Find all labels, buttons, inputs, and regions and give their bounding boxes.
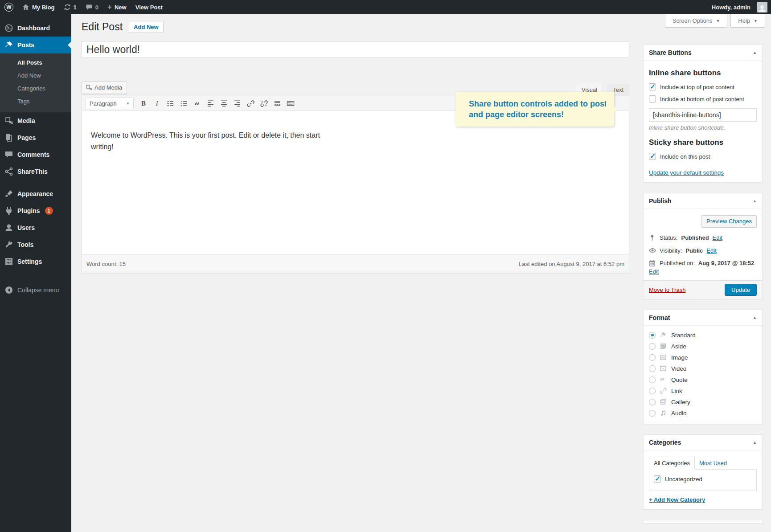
- sidebar-item-settings[interactable]: Settings: [0, 253, 71, 270]
- format-option-image[interactable]: Image: [649, 354, 757, 361]
- share-buttons-panel-header[interactable]: Share Buttons ▲: [644, 45, 762, 61]
- checkbox-checked-icon[interactable]: [649, 153, 656, 160]
- collapse-arrow-icon[interactable]: ▲: [753, 199, 757, 203]
- home-icon: [22, 4, 29, 11]
- remove-link-button[interactable]: [258, 98, 270, 109]
- category-checkbox-row[interactable]: Uncategorized: [654, 475, 752, 483]
- radio-selected-icon[interactable]: [649, 332, 656, 339]
- updates-menu[interactable]: 1: [59, 0, 81, 14]
- sidebar-item-plugins[interactable]: Plugins 1: [0, 202, 71, 219]
- post-title-input[interactable]: [82, 41, 629, 58]
- format-label: Quote: [671, 376, 688, 383]
- paragraph-select-value: Paragraph: [90, 100, 117, 107]
- add-new-post-button[interactable]: Add New: [129, 21, 164, 33]
- move-to-trash-link[interactable]: Move to Trash: [649, 286, 685, 293]
- new-content-menu[interactable]: + New: [103, 0, 131, 14]
- include-bottom-checkbox-row[interactable]: Include at bottom of post content: [649, 95, 757, 102]
- insert-link-button[interactable]: [244, 98, 257, 109]
- site-name-menu[interactable]: My Blog: [18, 0, 59, 14]
- radio-icon[interactable]: [649, 410, 656, 417]
- chevron-down-icon: ▼: [126, 102, 130, 106]
- edit-status-link[interactable]: Edit: [713, 234, 722, 241]
- tab-all-categories[interactable]: All Categories: [649, 457, 695, 470]
- wordpress-logo-icon: W: [4, 3, 13, 12]
- calendar-icon: [649, 260, 656, 266]
- bulleted-list-button[interactable]: [164, 98, 176, 109]
- add-media-button[interactable]: Add Media: [82, 82, 127, 94]
- wordpress-logo-menu[interactable]: W: [0, 0, 18, 14]
- sidebar-item-users[interactable]: Users: [0, 219, 71, 236]
- submenu-categories[interactable]: Categories: [0, 82, 71, 95]
- collapse-arrow-icon[interactable]: ▲: [753, 315, 757, 320]
- view-post-menu[interactable]: View Post: [131, 0, 167, 14]
- include-sticky-checkbox-row[interactable]: Include on this post: [649, 153, 757, 160]
- sidebar-item-pages[interactable]: Pages: [0, 129, 71, 146]
- page-title: Edit Post: [82, 20, 123, 33]
- sidebar-item-dashboard[interactable]: Dashboard: [0, 20, 71, 37]
- align-left-button[interactable]: [204, 98, 217, 109]
- align-center-button[interactable]: [217, 98, 230, 109]
- link-icon: [660, 387, 667, 394]
- editor-content-area[interactable]: Welcome to WordPress. This is your first…: [82, 111, 629, 254]
- toolbar-toggle-button[interactable]: [284, 98, 297, 109]
- radio-icon[interactable]: [649, 354, 656, 361]
- numbered-list-button[interactable]: [177, 98, 190, 109]
- publish-panel-header[interactable]: Publish ▲: [644, 193, 762, 209]
- collapse-arrow-icon[interactable]: ▲: [753, 440, 757, 445]
- checkbox-checked-icon[interactable]: [654, 475, 661, 483]
- radio-icon[interactable]: [649, 376, 656, 383]
- preview-changes-button[interactable]: Preview Changes: [701, 215, 757, 227]
- format-option-gallery[interactable]: Gallery: [649, 398, 757, 405]
- radio-icon[interactable]: [649, 388, 656, 394]
- sidebar-item-sharethis[interactable]: ShareThis: [0, 163, 71, 180]
- submenu-add-new[interactable]: Add New: [0, 69, 71, 82]
- format-option-quote[interactable]: “ Quote: [649, 376, 757, 383]
- bold-button[interactable]: B: [137, 98, 150, 109]
- sidebar-item-posts[interactable]: Posts: [0, 37, 71, 53]
- align-right-button[interactable]: [231, 98, 243, 109]
- shortcode-input[interactable]: [649, 108, 757, 122]
- format-label: Gallery: [671, 399, 690, 405]
- format-option-video[interactable]: Video: [649, 365, 757, 372]
- image-icon: [660, 354, 667, 361]
- format-label: Aside: [671, 343, 686, 350]
- sidebar-item-label: Users: [17, 224, 35, 231]
- sidebar-item-media[interactable]: Media: [0, 112, 71, 129]
- help-button[interactable]: Help ▼: [730, 14, 765, 28]
- comments-menu[interactable]: 0: [81, 0, 103, 14]
- my-account-menu[interactable]: Howdy, admin: [707, 0, 767, 14]
- checkbox-checked-icon[interactable]: [649, 83, 656, 90]
- categories-panel-header[interactable]: Categories ▲: [644, 435, 762, 450]
- radio-icon[interactable]: [649, 343, 656, 350]
- update-button[interactable]: Update: [725, 284, 757, 296]
- collapse-arrow-icon[interactable]: ▲: [753, 50, 757, 55]
- edit-visibility-link[interactable]: Edit: [706, 247, 716, 254]
- format-option-link[interactable]: Link: [649, 387, 757, 394]
- submenu-all-posts[interactable]: All Posts: [0, 56, 71, 69]
- italic-button[interactable]: I: [151, 98, 163, 109]
- submenu-tags[interactable]: Tags: [0, 95, 71, 108]
- add-media-label: Add Media: [94, 84, 122, 91]
- sidebar-item-label: Dashboard: [17, 25, 50, 32]
- format-option-standard[interactable]: Standard: [649, 331, 757, 339]
- edit-published-link[interactable]: Edit: [649, 268, 659, 275]
- blockquote-button[interactable]: “: [191, 98, 203, 109]
- screen-options-button[interactable]: Screen Options ▼: [665, 14, 728, 28]
- radio-icon[interactable]: [649, 365, 656, 372]
- update-default-settings-link[interactable]: Update your default settings: [649, 169, 724, 176]
- paragraph-format-select[interactable]: Paragraph ▼: [86, 98, 134, 109]
- sidebar-item-comments[interactable]: Comments: [0, 146, 71, 163]
- tab-most-used[interactable]: Most Used: [695, 457, 731, 469]
- format-option-aside[interactable]: Aside: [649, 343, 757, 350]
- checkbox-unchecked-icon[interactable]: [649, 95, 656, 102]
- sidebar-item-label: Media: [17, 117, 35, 124]
- add-new-category-link[interactable]: + Add New Category: [649, 496, 705, 503]
- sidebar-item-tools[interactable]: Tools: [0, 236, 71, 253]
- format-panel-header[interactable]: Format ▲: [644, 310, 762, 326]
- sidebar-item-appearance[interactable]: Appearance: [0, 185, 71, 202]
- read-more-tag-button[interactable]: [271, 98, 283, 109]
- radio-icon[interactable]: [649, 399, 656, 405]
- format-option-audio[interactable]: Audio: [649, 409, 757, 417]
- collapse-menu-button[interactable]: Collapse menu: [0, 282, 71, 299]
- include-top-checkbox-row[interactable]: Include at top of post content: [649, 83, 757, 90]
